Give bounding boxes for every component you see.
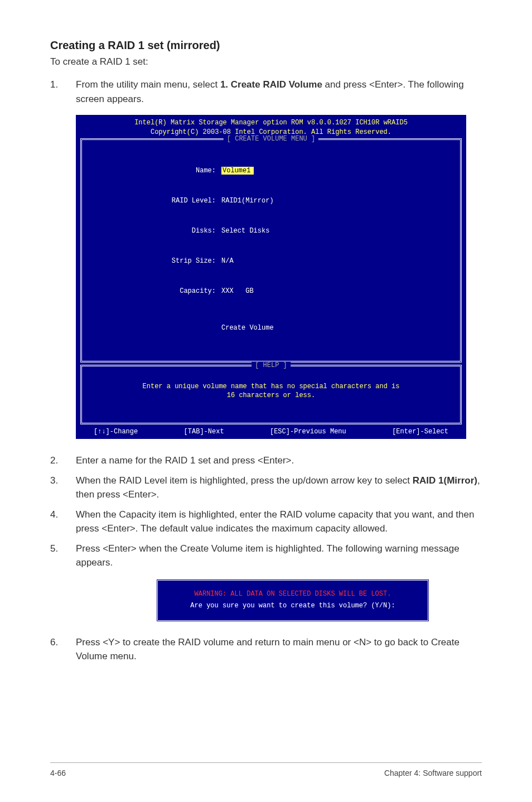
raid-value: RAID1(Mirror) (221, 197, 274, 205)
name-value[interactable]: Volume1 (221, 167, 254, 175)
step1-bold: 1. Create RAID Volume (220, 79, 322, 90)
step3-bold: RAID 1(Mirror) (413, 475, 477, 486)
bios-header: Intel(R) Matrix Storage Manager option R… (80, 118, 462, 137)
bios-screenshot: Intel(R) Matrix Storage Manager option R… (76, 115, 466, 439)
step-content: Press <Enter> when the Create Volume ite… (76, 542, 482, 570)
footer-right: Chapter 4: Software support (384, 769, 482, 777)
section-heading: Creating a RAID 1 set (mirrored) (50, 39, 482, 52)
footer-change: [↑↓]-Change (94, 428, 138, 436)
step-1: 1. From the utility main menu, select 1.… (50, 78, 482, 106)
footer-select: [Enter]-Select (392, 428, 448, 436)
step-2: 2. Enter a name for the RAID 1 set and p… (50, 453, 482, 468)
steps-list-end: 6. Press <Y> to create the RAID volume a… (50, 635, 482, 664)
name-label: Name: (88, 166, 221, 176)
capacity-label: Capacity: (88, 286, 221, 296)
step-number: 5. (50, 542, 76, 570)
footer-next: [TAB]-Next (184, 428, 224, 436)
step-number: 4. (50, 508, 76, 536)
step-content: From the utility main menu, select 1. Cr… (76, 78, 482, 106)
step-content: When the Capacity item is highlighted, e… (76, 508, 482, 536)
raid-label: RAID Level: (88, 196, 221, 206)
create-volume-title: [ CREATE VOLUME MENU ] (224, 135, 318, 143)
step-content: Press <Y> to create the RAID volume and … (76, 635, 482, 664)
footer-left: 4-66 (50, 769, 66, 777)
step-content: Enter a name for the RAID 1 set and pres… (76, 453, 482, 468)
step-6: 6. Press <Y> to create the RAID volume a… (50, 635, 482, 664)
bios-footer: [↑↓]-Change [TAB]-Next [ESC]-Previous Me… (80, 427, 462, 437)
capacity-value: XXX GB (221, 287, 254, 295)
help-title: [ HELP ] (252, 361, 291, 369)
create-volume-action[interactable]: Create Volume (221, 324, 274, 332)
help-box: [ HELP ] Enter a unique volume name that… (80, 365, 462, 425)
step-3: 3. When the RAID Level item is highlight… (50, 474, 482, 502)
step-content: When the RAID Level item is highlighted,… (76, 474, 482, 502)
bios-header-line1: Intel(R) Matrix Storage Manager option R… (134, 119, 408, 127)
disks-label: Disks: (88, 226, 221, 236)
page-footer: 4-66 Chapter 4: Software support (50, 762, 482, 777)
step-number: 1. (50, 78, 76, 106)
disks-value: Select Disks (221, 227, 269, 235)
step-4: 4. When the Capacity item is highlighted… (50, 508, 482, 536)
bios-fields: Name:Volume1 RAID Level:RAID1(Mirror) Di… (88, 146, 454, 355)
warning-line1: WARNING: ALL DATA ON SELECTED DISKS WILL… (163, 588, 422, 601)
step3-pre: When the RAID Level item is highlighted,… (76, 475, 413, 486)
create-volume-box: [ CREATE VOLUME MENU ] Name:Volume1 RAID… (80, 138, 462, 363)
step-number: 2. (50, 453, 76, 468)
step1-pre: From the utility main menu, select (76, 79, 220, 90)
help-text: Enter a unique volume name that has no s… (88, 382, 454, 401)
step-5: 5. Press <Enter> when the Create Volume … (50, 542, 482, 570)
step-number: 6. (50, 635, 76, 664)
steps-list: 1. From the utility main menu, select 1.… (50, 78, 482, 106)
intro-text: To create a RAID 1 set: (50, 56, 482, 67)
warning-line2: Are you sure you want to create this vol… (163, 600, 422, 612)
strip-value: N/A (221, 257, 234, 265)
strip-label: Strip Size: (88, 256, 221, 266)
warning-box: WARNING: ALL DATA ON SELECTED DISKS WILL… (156, 579, 429, 622)
steps-list-cont: 2. Enter a name for the RAID 1 set and p… (50, 453, 482, 570)
footer-prev: [ESC]-Previous Menu (270, 428, 346, 436)
step-number: 3. (50, 474, 76, 502)
